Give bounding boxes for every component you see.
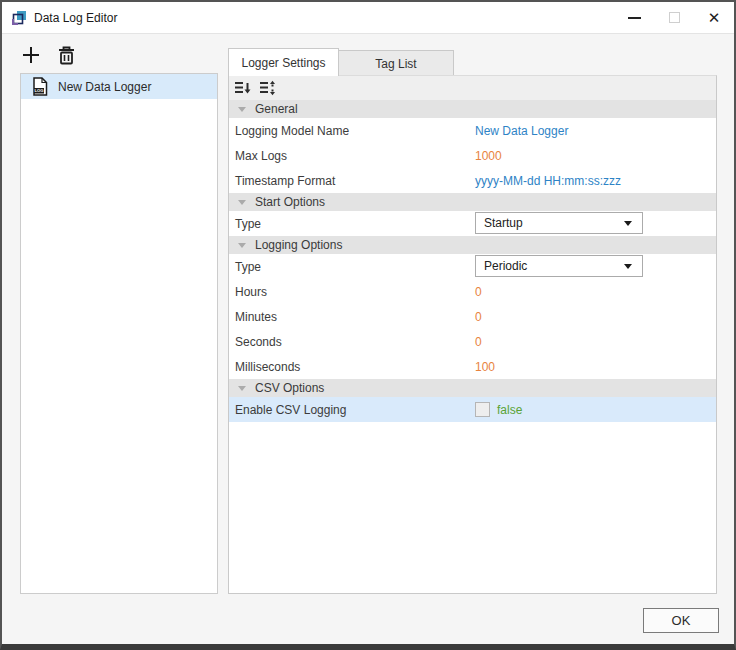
ok-button-label: OK — [672, 613, 691, 628]
property-row-logging-model-name: Logging Model Name New Data Logger — [229, 118, 716, 143]
logger-item-label: New Data Logger — [58, 80, 151, 94]
section-general-title: General — [255, 102, 298, 116]
logger-list: LOG New Data Logger — [20, 73, 218, 594]
section-csv-options-title: CSV Options — [255, 381, 324, 395]
tab-logger-settings-label: Logger Settings — [241, 56, 325, 70]
section-start-options-title: Start Options — [255, 195, 325, 209]
property-label: Type — [235, 217, 261, 231]
property-row-hours: Hours 0 — [229, 279, 716, 304]
expand-all-button[interactable] — [259, 80, 276, 96]
dropdown-selected-value: Startup — [484, 216, 523, 230]
ok-button[interactable]: OK — [643, 608, 719, 633]
property-value-field[interactable]: yyyy-MM-dd HH:mm:ss:zzz — [475, 174, 621, 188]
sort-categorized-icon — [234, 80, 251, 96]
section-start-options[interactable]: Start Options — [229, 193, 716, 211]
maximize-button[interactable] — [654, 2, 694, 34]
section-logging-options-title: Logging Options — [255, 238, 342, 252]
property-value-field[interactable]: New Data Logger — [475, 124, 568, 138]
property-row-logging-type: Type Periodic — [229, 254, 716, 279]
property-label: Timestamp Format — [235, 174, 335, 188]
property-value-field[interactable]: 0 — [475, 335, 482, 349]
property-value-field[interactable]: 1000 — [475, 149, 502, 163]
property-label: Enable CSV Logging — [235, 403, 346, 417]
logging-type-dropdown[interactable]: Periodic — [475, 255, 643, 277]
property-row-enable-csv-logging[interactable]: Enable CSV Logging false — [229, 397, 716, 422]
section-csv-options[interactable]: CSV Options — [229, 379, 716, 397]
property-value-field[interactable]: 0 — [475, 285, 482, 299]
collapse-triangle-icon — [238, 200, 246, 205]
property-value-field[interactable]: 100 — [475, 360, 495, 374]
property-row-start-type: Type Startup — [229, 211, 716, 236]
maximize-icon — [669, 12, 680, 23]
collapse-triangle-icon — [238, 386, 246, 391]
plus-icon — [21, 45, 41, 65]
property-label: Milliseconds — [235, 360, 300, 374]
logger-toolbar — [20, 44, 77, 66]
tab-strip: Logger Settings Tag List — [228, 48, 454, 76]
property-row-milliseconds: Milliseconds 100 — [229, 354, 716, 379]
section-general[interactable]: General — [229, 100, 716, 118]
property-row-max-logs: Max Logs 1000 — [229, 143, 716, 168]
property-row-minutes: Minutes 0 — [229, 304, 716, 329]
log-file-icon: LOG — [32, 77, 48, 96]
property-label: Max Logs — [235, 149, 287, 163]
svg-text:LOG: LOG — [34, 88, 43, 93]
minimize-button[interactable] — [614, 2, 654, 34]
logger-settings-panel: General Logging Model Name New Data Logg… — [228, 75, 717, 594]
data-log-editor-window: Data Log Editor ✕ LOG — [0, 0, 736, 650]
window-title: Data Log Editor — [34, 11, 117, 25]
property-label: Minutes — [235, 310, 277, 324]
delete-logger-button[interactable] — [55, 44, 77, 66]
property-row-timestamp-format: Timestamp Format yyyy-MM-dd HH:mm:ss:zzz — [229, 168, 716, 193]
minimize-icon — [628, 17, 641, 19]
collapse-all-button[interactable] — [234, 80, 251, 96]
dropdown-selected-value: Periodic — [484, 259, 527, 273]
chevron-down-icon — [624, 221, 632, 226]
logger-list-item[interactable]: LOG New Data Logger — [21, 74, 217, 99]
section-logging-options[interactable]: Logging Options — [229, 236, 716, 254]
sort-expand-icon — [259, 80, 276, 96]
collapse-triangle-icon — [238, 243, 246, 248]
tab-logger-settings[interactable]: Logger Settings — [228, 48, 339, 76]
property-label: Seconds — [235, 335, 282, 349]
enable-csv-checkbox[interactable] — [475, 402, 490, 417]
property-grid-toolbar — [229, 76, 716, 100]
close-button[interactable]: ✕ — [694, 2, 734, 34]
app-logo-icon — [11, 10, 27, 26]
title-bar: Data Log Editor ✕ — [2, 2, 734, 34]
property-row-seconds: Seconds 0 — [229, 329, 716, 354]
tab-tag-list-label: Tag List — [375, 57, 416, 71]
checkbox-value-label: false — [497, 403, 522, 417]
start-type-dropdown[interactable]: Startup — [475, 212, 643, 234]
property-value-field[interactable]: 0 — [475, 310, 482, 324]
property-label: Hours — [235, 285, 267, 299]
collapse-triangle-icon — [238, 107, 246, 112]
tab-tag-list[interactable]: Tag List — [339, 50, 454, 76]
add-logger-button[interactable] — [20, 44, 42, 66]
trash-icon — [58, 46, 75, 65]
property-label: Type — [235, 260, 261, 274]
chevron-down-icon — [624, 264, 632, 269]
property-label: Logging Model Name — [235, 124, 349, 138]
close-icon: ✕ — [708, 10, 721, 25]
